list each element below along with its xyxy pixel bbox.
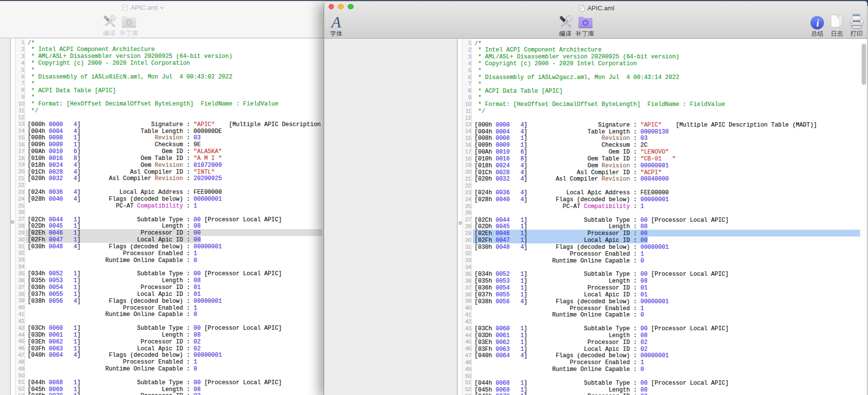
svg-text:i: i [817,17,819,28]
